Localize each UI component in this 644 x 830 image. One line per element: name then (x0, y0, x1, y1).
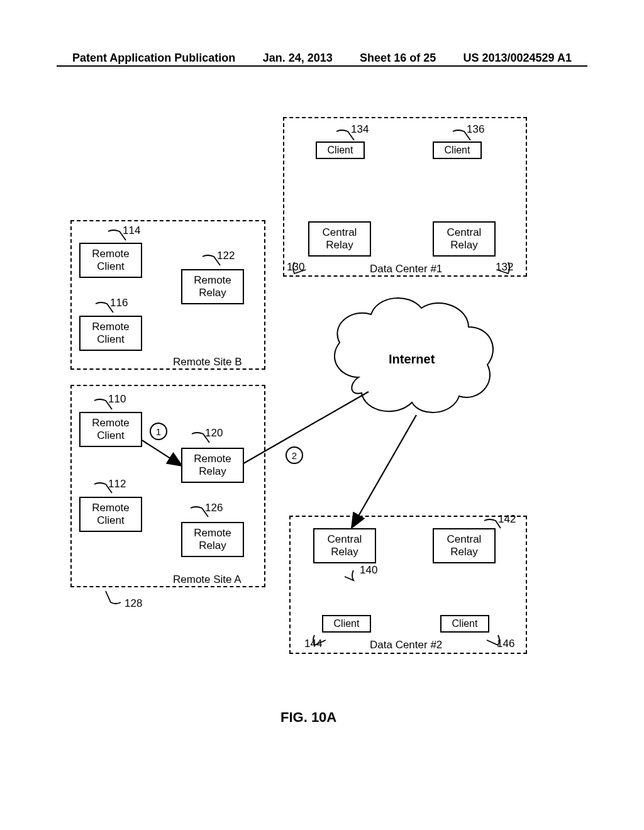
ref-114: 114 (123, 224, 140, 237)
site-remote-b-title: Remote Site B (173, 356, 242, 368)
central-relay-140: Central Relay (313, 528, 376, 563)
ref-140: 140 (360, 564, 377, 577)
ref-110: 110 (108, 393, 126, 406)
central-relay-142: Central Relay (433, 528, 496, 563)
client-136: Client (433, 141, 482, 159)
pub-date: Jan. 24, 2013 (263, 52, 333, 65)
ref-136: 136 (467, 123, 484, 136)
client-134-label: Client (328, 145, 353, 156)
site-dc2-title: Data Center #2 (370, 639, 442, 651)
remote-client-114: Remote Client (79, 243, 142, 278)
remote-relay-126: Remote Relay (181, 522, 244, 557)
ref-116: 116 (110, 297, 128, 309)
central-relay-132: Central Relay (433, 221, 496, 257)
central-relay-130: Central Relay (308, 221, 371, 257)
step-1: 1 (150, 423, 167, 440)
ref-126: 126 (205, 502, 223, 514)
client-134: Client (316, 141, 365, 159)
site-dc1-title: Data Center #1 (370, 263, 442, 275)
remote-client-112: Remote Client (79, 497, 142, 532)
ref-132: 132 (496, 261, 513, 274)
ref-130: 130 (287, 261, 304, 274)
client-136-label: Client (445, 145, 470, 156)
figure-label: FIG. 10A (280, 709, 336, 726)
site-remote-a-title: Remote Site A (173, 573, 242, 586)
cloud-label: Internet (389, 352, 435, 367)
client-146: Client (440, 615, 489, 633)
sheet-num: Sheet 16 of 25 (360, 52, 436, 65)
pub-type: Patent Application Publication (72, 52, 235, 65)
remote-relay-122: Remote Relay (181, 269, 244, 304)
ref-144: 144 (304, 638, 322, 650)
remote-client-116: Remote Client (79, 316, 142, 351)
ref-146: 146 (497, 638, 514, 650)
remote-client-110: Remote Client (79, 412, 142, 447)
ref-120: 120 (205, 427, 223, 440)
ref-112: 112 (108, 478, 126, 490)
remote-relay-120: Remote Relay (181, 448, 244, 483)
ref-142: 142 (498, 513, 516, 526)
step-2: 2 (286, 446, 303, 464)
client-144: Client (322, 615, 371, 633)
pub-number: US 2013/0024529 A1 (464, 52, 572, 65)
ref-128: 128 (125, 597, 142, 610)
ref-122: 122 (217, 250, 235, 262)
header-rule (57, 65, 587, 67)
ref-134: 134 (351, 123, 369, 136)
page-header: Patent Application Publication Jan. 24, … (0, 52, 644, 65)
svg-line-3 (352, 415, 416, 527)
